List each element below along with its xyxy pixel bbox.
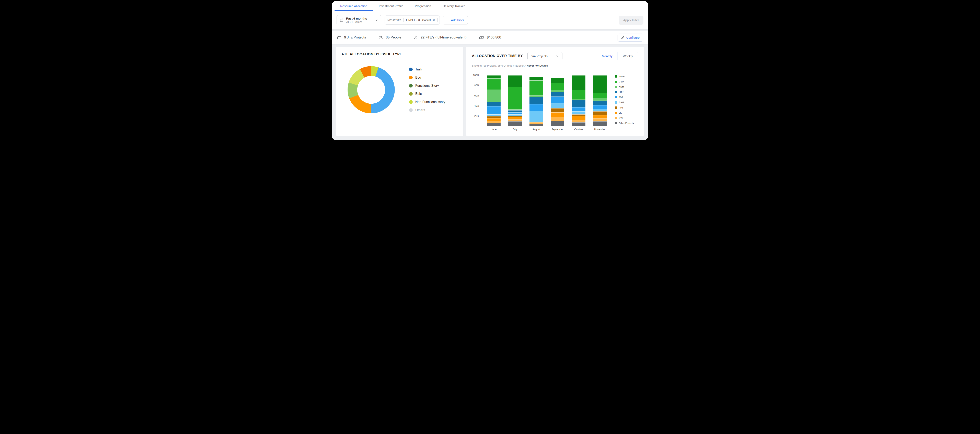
group-by-select[interactable]: Jira Projects [527,52,562,60]
main-content: FTE ALLOCATION BY ISSUE TYPE TaskBugFunc… [332,44,648,140]
bar-june[interactable] [487,75,501,126]
bar-september[interactable] [551,75,564,126]
legend-label: Epic [415,92,422,96]
stat-9-jira-projects: 9 Jira Projects [337,35,366,40]
bar-segment-csu[interactable] [508,87,522,109]
bar-segment-acm[interactable] [551,90,564,91]
bar-segment-csu[interactable] [530,80,543,96]
bar-segment-lki[interactable] [487,118,501,121]
bar-segment-wwf[interactable] [572,75,585,90]
bar-segment-other-projects[interactable] [508,121,522,126]
bar-segment-ldr[interactable] [508,110,522,112]
bar-segment-other-projects[interactable] [593,121,606,126]
tab-delivery-tracker[interactable]: Delivery Tracker [437,1,471,11]
legend-item-aam: AAM [615,101,638,104]
bar-segment-csu[interactable] [572,90,585,99]
bar-segment-jdt[interactable] [487,106,501,115]
date-range-select[interactable]: Past 6 months Jul 24 - Jan 24 [337,15,381,25]
bar-segment-lki[interactable] [593,115,606,118]
allocation-bar-chart: 20%40%60%80%100% JuneJulyAugustSeptember… [472,75,638,131]
tab-investment-profile[interactable]: Investment Profile [373,1,409,11]
bar-november[interactable] [593,75,606,126]
bar-segment-acm[interactable] [593,98,606,101]
monthly-toggle-button[interactable]: Monthly [597,52,618,60]
bar-segment-ppt[interactable] [487,116,501,118]
bar-segment-aam[interactable] [593,109,606,111]
fte-legend: TaskBugFunctional StoryEpicNon-Functiona… [409,68,445,112]
bar-segment-wwf[interactable] [593,75,606,93]
bar-segment-other-projects[interactable] [530,124,543,126]
bar-segment-other-projects[interactable] [487,123,501,126]
bar-segment-lki[interactable] [508,117,522,119]
bar-segment-wwf[interactable] [487,75,501,78]
bar-segment-xyz[interactable] [593,118,606,121]
tab-resource-allocation[interactable]: Resource Allocation [334,1,373,11]
allocation-panel-header: ALLOCATION OVER TIME BY Jira Projects Mo… [472,52,638,60]
initiative-chip-label: LINBEE-50 - Copilot [406,19,431,22]
bar-segment-ldr[interactable] [530,97,543,104]
legend-label: LDR [619,91,624,93]
bar-segment-aam[interactable] [530,111,543,122]
bar-segment-jdt[interactable] [593,105,606,109]
bar-august[interactable] [530,75,543,126]
bar-segment-other-projects[interactable] [551,121,564,126]
legend-item-task: Task [409,68,445,71]
tab-progression[interactable]: Progression [409,1,437,11]
initiative-chip[interactable]: LINBEE-50 - Copilot × [404,17,438,23]
bar-segment-jdt[interactable] [530,104,543,111]
bar-segment-csu[interactable] [487,78,501,89]
bar-segment-aam[interactable] [572,111,585,115]
calendar-icon [340,18,344,22]
bar-segment-ppt[interactable] [551,108,564,112]
bar-segment-wwf[interactable] [530,77,543,80]
bar-segment-xyz[interactable] [551,117,564,121]
legend-label: Bug [415,76,421,80]
bar-segment-ldr[interactable] [572,100,585,107]
bar-segment-ppt[interactable] [572,115,585,116]
bar-october[interactable] [572,75,585,126]
add-filter-button[interactable]: + Add Filter [443,16,468,24]
bar-segment-aam[interactable] [551,103,564,108]
bar-segment-jdt[interactable] [551,96,564,103]
bar-segment-csu[interactable] [593,93,606,98]
bar-segment-jdt[interactable] [508,112,522,115]
legend-item-acm: ACM [615,86,638,88]
bar-segment-ldr[interactable] [487,102,501,106]
stat-label: $400,500 [487,35,501,40]
configure-button[interactable]: Configure [617,34,643,41]
close-icon[interactable]: × [433,18,435,22]
bar-segment-ldr[interactable] [593,101,606,105]
bar-segment-other-projects[interactable] [572,122,585,126]
weekly-toggle-button[interactable]: Weekly [618,52,638,60]
bar-segment-xyz[interactable] [572,120,585,122]
bar-segment-lki[interactable] [572,116,585,120]
bar-segment-csu[interactable] [551,83,564,90]
bar-segment-lki[interactable] [551,112,564,117]
bar-july[interactable] [508,75,522,126]
y-tick-label: 40% [474,104,479,107]
bar-segment-xyz[interactable] [508,119,522,121]
legend-item-ldr: LDR [615,91,638,93]
bar-segment-acm[interactable] [530,96,543,97]
legend-swatch [615,122,617,124]
fte-donut-chart[interactable] [348,66,395,113]
apply-filter-button[interactable]: Apply Filter [619,16,643,25]
stat-label: 22 FTE’s (full-time equivalent) [421,35,466,40]
stat-22-fte-s-full-time-equivalent: 22 FTE’s (full-time equivalent) [414,35,466,40]
bar-segment-aam[interactable] [508,115,522,116]
add-filter-label: Add Filter [451,18,464,22]
legend-item-csu: CSU [615,80,638,83]
allocation-over-time-panel: ALLOCATION OVER TIME BY Jira Projects Mo… [466,47,644,136]
bar-segment-ppt[interactable] [593,111,606,115]
bar-segment-jdt[interactable] [572,107,585,111]
bar-segment-xyz[interactable] [487,121,501,123]
bar-segment-ldr[interactable] [551,92,564,97]
bar-segment-wwf[interactable] [508,75,522,87]
x-tick-label: November [593,128,606,131]
bar-segment-wwf[interactable] [551,78,564,83]
stat-400-500: $400,500 [479,35,501,40]
legend-swatch [615,117,617,119]
stats-bar: 9 Jira Projects35 People22 FTE’s (full-t… [332,31,648,44]
bar-segment-acm[interactable] [487,89,501,102]
bar-segment-aam[interactable] [487,115,501,116]
